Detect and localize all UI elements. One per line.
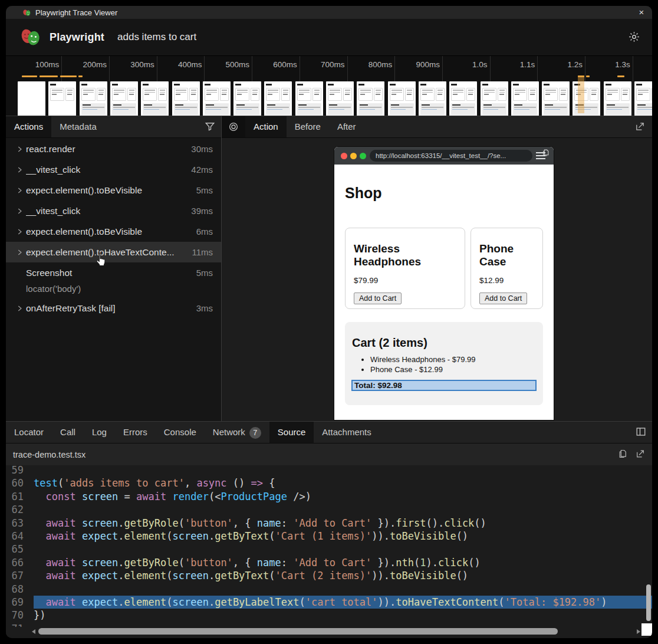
code-line: 69 await expect.element(screen.getByLabe… — [6, 596, 652, 609]
action-row[interactable]: react.render30ms — [6, 139, 221, 159]
cart-section: Cart (2 items) Wireless Headphones - $79… — [345, 322, 543, 405]
action-title: Screenshot — [26, 268, 196, 278]
filmstrip-thumbnail[interactable] — [357, 81, 384, 119]
horizontal-scrollbar-thumb[interactable] — [38, 628, 558, 635]
tab-log[interactable]: Log — [84, 422, 115, 443]
filmstrip-thumbnail[interactable] — [80, 81, 107, 119]
hand-cursor — [96, 252, 107, 267]
pick-locator-button[interactable] — [222, 116, 245, 137]
line-number: 60 — [6, 477, 24, 489]
page-title: Shop — [345, 185, 554, 202]
filmstrip-thumbnail[interactable] — [388, 81, 416, 119]
filmstrip-thumbnail[interactable] — [542, 81, 570, 119]
tab-action[interactable]: Action — [245, 116, 287, 137]
scroll-left-arrow[interactable] — [32, 629, 35, 634]
filter-icon[interactable] — [205, 121, 215, 132]
filmstrip-thumbnail[interactable] — [18, 81, 45, 119]
open-source-external-icon[interactable] — [636, 449, 645, 459]
timeline[interactable]: 100ms200ms300ms400ms500ms600ms700ms800ms… — [6, 55, 652, 116]
action-row[interactable]: __vitest_click42ms — [6, 159, 221, 180]
tab-locator[interactable]: Locator — [6, 422, 52, 443]
action-row[interactable]: expect.element().toBeVisible6ms — [6, 221, 221, 242]
code-text: await expect.element(screen.getByText('C… — [34, 530, 652, 543]
vertical-scrollbar-thumb[interactable] — [646, 584, 651, 621]
snapshot-browser-window: http://localhost:63315/__vitest_test__/?… — [334, 147, 554, 420]
tab-network[interactable]: Network7 — [205, 422, 269, 443]
filmstrip-thumbnail[interactable] — [141, 81, 169, 119]
filmstrip-thumbnail[interactable] — [634, 81, 652, 119]
action-title: onAfterRetryTask [fail] — [26, 303, 196, 314]
traffic-light-red — [341, 153, 347, 159]
bottom-tabstrip: LocatorCallLogErrorsConsoleNetwork7Sourc… — [6, 422, 652, 443]
action-locator-subtitle: locator('body') — [6, 283, 221, 298]
cart-total-highlighted: Total: $92.98 — [351, 380, 537, 391]
line-number: 62 — [6, 503, 24, 516]
timeline-action-mark — [40, 75, 58, 77]
close-icon[interactable]: × — [636, 6, 647, 18]
action-row[interactable]: __vitest_click39ms — [6, 201, 221, 221]
add-to-cart-button[interactable]: Add to Cart — [354, 293, 402, 304]
tab-errors[interactable]: Errors — [115, 422, 156, 443]
filmstrip-thumbnail[interactable] — [449, 81, 477, 119]
tab-source[interactable]: Source — [269, 422, 314, 443]
chevron-right-icon[interactable] — [15, 166, 26, 174]
code-line: 59 — [6, 464, 652, 477]
line-number: 71 — [6, 622, 24, 627]
filmstrip-thumbnail[interactable] — [511, 81, 539, 119]
filmstrip-thumbnail[interactable] — [48, 81, 76, 119]
tab-before[interactable]: Before — [287, 116, 329, 137]
timeline-tick-label: 500ms — [226, 60, 250, 69]
code-line: 64 await expect.element(screen.getByText… — [6, 530, 652, 543]
code-text: await screen.getByRole('button', { name:… — [34, 517, 652, 530]
tab-after[interactable]: After — [329, 116, 364, 137]
line-number: 65 — [6, 543, 24, 556]
chevron-right-icon[interactable] — [15, 186, 26, 195]
tab-console[interactable]: Console — [156, 422, 205, 443]
timeline-tick-label: 1.2s — [567, 60, 583, 69]
action-duration: 5ms — [196, 185, 221, 195]
code-line: 67 await expect.element(screen.getByText… — [6, 569, 652, 582]
columns-layout-icon[interactable] — [636, 426, 646, 437]
filmstrip-thumbnail[interactable] — [295, 81, 323, 119]
gear-icon[interactable] — [628, 31, 640, 43]
filmstrip-thumbnail[interactable] — [573, 81, 600, 119]
chevron-right-icon[interactable] — [15, 248, 26, 257]
snapshot-panel: ActionBeforeAfter http://localhost:63315… — [222, 116, 652, 422]
timeline-action-mark — [586, 75, 590, 77]
filmstrip-thumbnail[interactable] — [233, 81, 261, 119]
copy-source-icon[interactable] — [618, 449, 627, 459]
horizontal-scrollbar[interactable] — [6, 627, 652, 636]
filmstrip-thumbnail[interactable] — [110, 81, 138, 119]
filmstrip-thumbnail[interactable] — [419, 81, 446, 119]
code-text: test('adds items to cart', async () => { — [34, 477, 652, 489]
add-to-cart-button[interactable]: Add to Cart — [479, 293, 527, 304]
code-text — [34, 543, 652, 556]
action-row[interactable]: expect.element().toBeVisible5ms — [6, 180, 221, 201]
filmstrip-thumbnail[interactable] — [203, 81, 231, 119]
open-snapshot-external-icon[interactable] — [635, 121, 645, 132]
line-number: 61 — [6, 490, 24, 503]
actions-tabstrip: ActionsMetadata — [6, 116, 221, 138]
tab-attachments[interactable]: Attachments — [314, 422, 379, 443]
action-row[interactable]: expect.element().toHaveTextConte...11ms — [6, 242, 221, 262]
tab-metadata[interactable]: Metadata — [51, 116, 105, 137]
filmstrip-thumbnail[interactable] — [604, 81, 631, 119]
tab-actions[interactable]: Actions — [6, 116, 51, 137]
action-row[interactable]: onAfterRetryTask [fail]3ms — [6, 298, 221, 318]
chevron-right-icon[interactable] — [15, 207, 26, 215]
tab-call[interactable]: Call — [52, 422, 84, 443]
scroll-right-arrow[interactable] — [637, 629, 640, 634]
filmstrip-thumbnail[interactable] — [326, 81, 354, 119]
action-row[interactable]: Screenshot5ms — [6, 262, 221, 283]
timeline-tick-label: 1.3s — [615, 60, 630, 69]
menu-icon[interactable] — [536, 152, 545, 161]
chevron-right-icon[interactable] — [15, 304, 26, 313]
action-title: react.render — [26, 144, 191, 155]
filmstrip-thumbnail[interactable] — [481, 81, 508, 119]
chevron-right-icon[interactable] — [15, 145, 26, 153]
chevron-right-icon[interactable] — [15, 228, 26, 236]
filmstrip-thumbnail[interactable] — [172, 81, 200, 119]
line-number: 59 — [6, 464, 24, 477]
snapshot-page: Shop Wireless Headphones$79.99Add to Car… — [334, 165, 554, 420]
filmstrip-thumbnail[interactable] — [264, 81, 292, 119]
